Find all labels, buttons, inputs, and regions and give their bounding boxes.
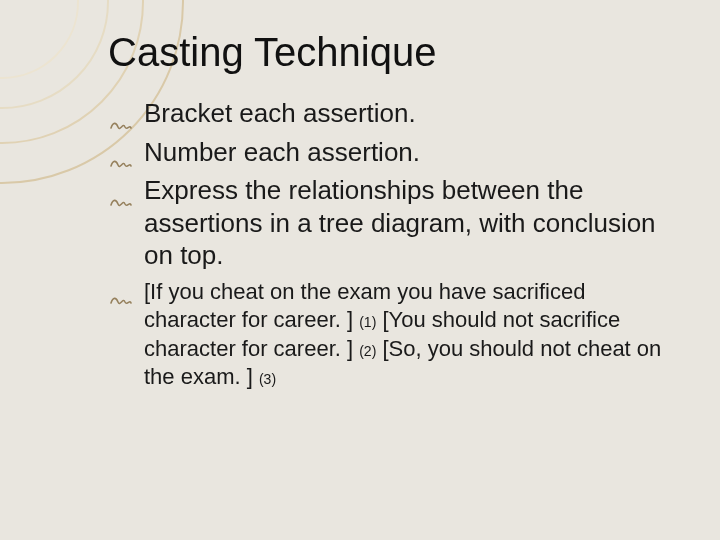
scribble-bullet-icon xyxy=(110,185,132,199)
slide: Casting Technique Bracket each assertion… xyxy=(0,0,720,540)
slide-title: Casting Technique xyxy=(108,30,680,75)
bullet-text: Number each assertion. xyxy=(144,137,420,167)
bullet-item: Bracket each assertion. xyxy=(110,97,680,130)
bullet-text: Bracket each assertion. xyxy=(144,98,416,128)
example-num-2: (2) xyxy=(359,343,376,359)
bullet-item: Number each assertion. xyxy=(110,136,680,169)
bullet-item-example: [If you cheat on the exam you have sacri… xyxy=(110,278,680,392)
scribble-bullet-icon xyxy=(110,146,132,160)
bullet-text: Express the relationships between the as… xyxy=(144,175,656,270)
scribble-bullet-icon xyxy=(110,108,132,122)
bullet-item: Express the relationships between the as… xyxy=(110,174,680,272)
scribble-bullet-icon xyxy=(110,287,132,301)
bullet-list-primary: Bracket each assertion. Number each asse… xyxy=(110,97,680,272)
example-num-1: (1) xyxy=(359,314,376,330)
example-num-3: (3) xyxy=(259,371,276,387)
bullet-list-example: [If you cheat on the exam you have sacri… xyxy=(110,278,680,392)
